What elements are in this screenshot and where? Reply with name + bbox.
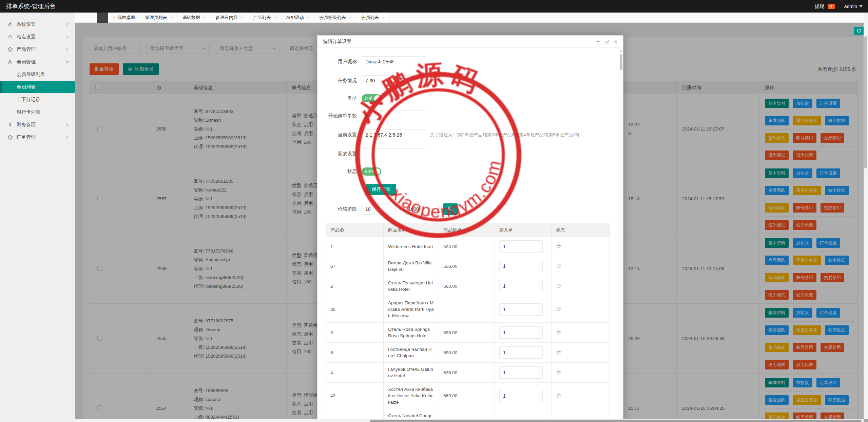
order-number-input[interactable] [499,366,543,379]
sidebar-subitem[interactable]: 上下分记录 [0,93,75,106]
order-number-input[interactable] [499,280,543,292]
sidebar-subitem[interactable]: 银行卡列表 [0,106,75,118]
sidebar-item-label: 系统设置 [17,21,36,27]
product-id: 3 [326,323,384,343]
product-name: Хостел Акка Книбекайзе Hostel Akka Knibe… [384,383,439,409]
product-name: Вилла Дежа Вю Villa Deja vu [384,256,439,276]
star-icon[interactable]: ☆ [556,392,562,399]
tab-item[interactable]: 基础数据× [178,13,211,22]
chevron-left-icon [66,123,69,126]
order-number-input[interactable] [499,390,543,402]
product-row: 4Галунов Отель Galunov Hotel636.00☆ [326,363,610,383]
tab-item[interactable]: APP滚动× [282,13,315,22]
product-row: 2Отель Гельвеция Helvetia Hotel563.00☆ [326,276,610,296]
star-icon[interactable]: ☆ [556,243,562,250]
tab-item[interactable]: 产品列表× [248,13,282,22]
scroll-up-icon[interactable]: ▲ [619,50,623,53]
product-row: 3Отель Rosa Springs Rosa Springs Hotel59… [326,323,610,343]
minimize-icon[interactable]: − [597,39,600,45]
vertical-scrollbar-thumb[interactable] [864,36,867,168]
chevron-down-icon [859,5,863,9]
price-min-field[interactable] [362,204,396,215]
order-number-input[interactable] [499,303,543,316]
modal-title: 编辑订单设置 [323,39,351,45]
chevron-left-icon [66,48,69,51]
product-id: 43 [326,383,384,409]
maximize-icon[interactable] [605,40,609,44]
sidebar-item[interactable]: 系统设置 [0,18,75,31]
close-icon[interactable]: × [170,15,173,20]
product-id: 2 [326,276,384,296]
tab-home[interactable]: ⌂我的桌面 [108,13,140,22]
price-max-field[interactable] [405,204,439,215]
current-setting-field[interactable] [362,129,426,140]
edit-order-modal: 编辑订单设置 − × 用户昵称 任务情况 类型 连单 [317,35,623,422]
withdraw-badge[interactable]: 4 [828,4,835,9]
sidebar-subitem[interactable]: 会员列表 [0,81,75,93]
column-header: 商品价格 [439,223,495,237]
tab-label: 产品列表 [253,15,271,21]
order-number-input[interactable] [499,346,543,359]
close-icon[interactable]: × [349,15,351,20]
close-icon[interactable]: × [614,38,618,45]
sidebar-subitem-label: 会员等级列表 [17,72,45,78]
close-icon[interactable]: × [241,15,244,20]
withdraw-link[interactable]: 提现 [815,3,824,9]
close-icon[interactable]: × [203,15,206,20]
star-icon[interactable]: ☆ [556,305,562,313]
sidebar-item-label: 订单管理 [17,134,36,140]
star-icon[interactable]: ☆ [556,369,562,376]
product-table-header-row: 产品ID商品名称商品价格第几单状态 [326,223,610,237]
order-number-input[interactable] [499,326,543,339]
close-icon[interactable]: × [382,15,385,20]
new-setting-label: 新的设置 [324,151,362,157]
order-number-input[interactable] [499,260,543,272]
user-menu[interactable]: admin [844,4,863,9]
order-number-input[interactable] [499,240,543,253]
sidebar-item[interactable]: 财务管理 [0,118,75,131]
status-toggle[interactable]: 启用 [362,167,381,176]
star-icon[interactable]: ☆ [556,329,562,336]
close-icon[interactable]: × [307,15,310,20]
page-vertical-scrollbar [864,13,868,419]
task-field[interactable] [362,75,426,86]
product-name: Wilderness Hotel Inari [384,237,439,256]
nickname-field[interactable] [362,56,426,67]
sidebar-subitem[interactable]: 会员等级列表 [0,68,75,81]
refresh-button[interactable] [854,27,864,35]
price-search-button[interactable] [443,203,458,215]
type-toggle[interactable]: 连单 [362,94,381,102]
page-horizontal-scrollbar [75,419,864,422]
start-count-field[interactable] [362,110,426,121]
sidebar-toggle-button[interactable]: ≡ [97,13,108,23]
tab-item[interactable]: 会员列表× [356,13,390,22]
close-icon[interactable]: × [274,15,276,20]
product-price: 563.00 [439,276,495,296]
type-toggle-label: 连单 [365,96,373,101]
sidebar-menu: 系统设置站点设置产品管理会员管理会员等级列表会员列表上下分记录银行卡列表财务管理… [0,18,75,143]
chevron-left-icon [66,23,69,26]
product-row: 1Wilderness Hotel Inari524.00☆ [326,237,610,256]
new-setting-field[interactable] [362,148,426,159]
product-id: 26 [326,296,384,323]
sidebar-item[interactable]: 会员管理 [0,56,75,68]
column-header: 产品ID [326,223,384,237]
sidebar-item[interactable]: 产品管理 [0,43,75,56]
tab-label: 管理员列表 [145,15,167,21]
nickname-label: 用户昵称 [324,59,362,65]
price-range-separator: - [399,206,401,212]
star-icon[interactable]: ☆ [556,262,562,269]
sidebar-item[interactable]: 站点设置 [0,31,75,43]
modal-scrollbar-thumb[interactable] [620,54,622,70]
save-settings-button[interactable]: 保存设置 [366,184,396,195]
tab-item[interactable]: 会员等级列表× [314,13,356,22]
tab-item[interactable]: 管理员列表× [140,13,178,22]
tab-item[interactable]: 多语言内容× [211,13,249,22]
star-icon[interactable]: ☆ [556,349,562,356]
dollar-icon [7,122,13,127]
sidebar-item[interactable]: 订单管理 [0,131,75,143]
product-row: 67Вилла Дежа Вю Villa Deja vu556.00☆ [326,256,610,276]
modal-header: 编辑订单设置 − × [317,36,623,48]
horizontal-scrollbar-thumb[interactable] [370,420,862,422]
star-icon[interactable]: ☆ [556,282,562,289]
